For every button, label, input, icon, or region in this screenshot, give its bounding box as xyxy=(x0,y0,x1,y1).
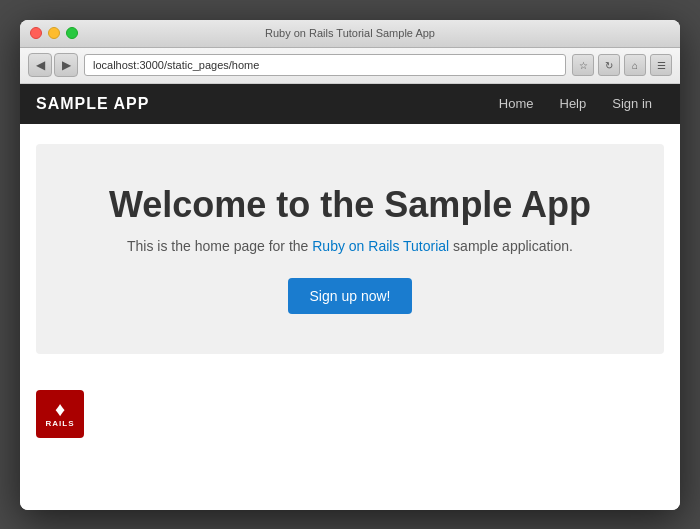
rails-logo: ♦ RAILS xyxy=(36,390,84,438)
navbar-nav: Home Help Sign in xyxy=(487,92,664,115)
traffic-lights xyxy=(30,27,78,39)
hero-subtitle-before: This is the home page for the xyxy=(127,238,312,254)
close-button[interactable] xyxy=(30,27,42,39)
hero-section: Welcome to the Sample App This is the ho… xyxy=(36,144,664,354)
rails-logo-text: RAILS xyxy=(46,419,75,428)
signup-button[interactable]: Sign up now! xyxy=(288,278,413,314)
hero-subtitle-after: sample application. xyxy=(449,238,573,254)
navbar: SAMPLE APP Home Help Sign in xyxy=(20,84,680,124)
star-icon[interactable]: ☆ xyxy=(572,54,594,76)
url-bar[interactable]: localhost:3000/static_pages/home xyxy=(84,54,566,76)
app-content: SAMPLE APP Home Help Sign in Welcome to … xyxy=(20,84,680,510)
footer-area: ♦ RAILS xyxy=(20,374,680,454)
rails-logo-icon: ♦ xyxy=(55,399,65,419)
address-bar: ◀ ▶ localhost:3000/static_pages/home ☆ ↻… xyxy=(20,48,680,84)
url-text: localhost:3000/static_pages/home xyxy=(93,59,259,71)
title-bar: Ruby on Rails Tutorial Sample App xyxy=(20,20,680,48)
nav-buttons: ◀ ▶ xyxy=(28,53,78,77)
refresh-icon[interactable]: ↻ xyxy=(598,54,620,76)
browser-window: Ruby on Rails Tutorial Sample App ◀ ▶ lo… xyxy=(20,20,680,510)
toolbar-icons: ☆ ↻ ⌂ ☰ xyxy=(572,54,672,76)
home-icon[interactable]: ⌂ xyxy=(624,54,646,76)
ror-tutorial-link[interactable]: Ruby on Rails Tutorial xyxy=(312,238,449,254)
hero-subtitle: This is the home page for the Ruby on Ra… xyxy=(56,238,644,254)
minimize-button[interactable] xyxy=(48,27,60,39)
hero-title: Welcome to the Sample App xyxy=(56,184,644,226)
nav-link-home[interactable]: Home xyxy=(487,92,546,115)
nav-link-signin[interactable]: Sign in xyxy=(600,92,664,115)
window-title: Ruby on Rails Tutorial Sample App xyxy=(265,27,435,39)
forward-button[interactable]: ▶ xyxy=(54,53,78,77)
maximize-button[interactable] xyxy=(66,27,78,39)
navbar-brand[interactable]: SAMPLE APP xyxy=(36,95,149,113)
nav-link-help[interactable]: Help xyxy=(548,92,599,115)
back-button[interactable]: ◀ xyxy=(28,53,52,77)
menu-icon[interactable]: ☰ xyxy=(650,54,672,76)
